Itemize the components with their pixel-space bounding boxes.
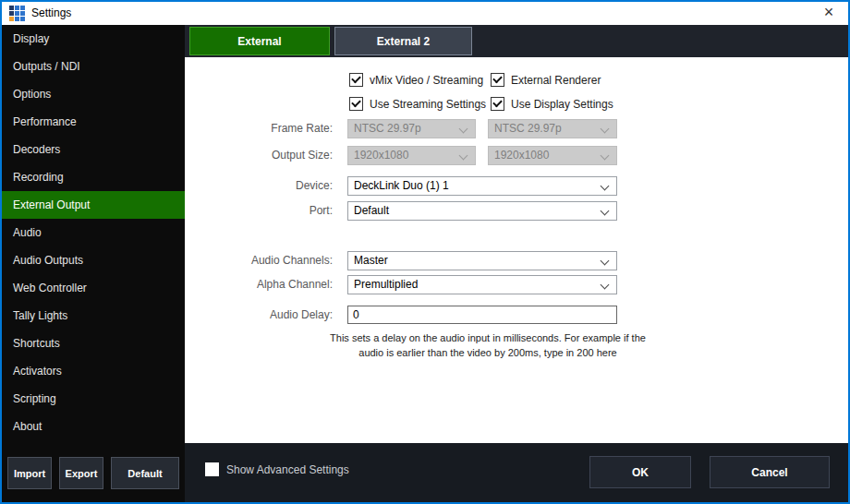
checkbox-show-advanced-settings[interactable]: Show Advanced Settings: [205, 462, 349, 476]
titlebar: Settings ×: [2, 2, 848, 25]
frame-rate-label: Frame Rate:: [194, 119, 333, 138]
frame-rate-select-left: NTSC 29.97p: [347, 119, 476, 138]
close-icon[interactable]: ×: [815, 2, 843, 25]
chevron-down-icon: [459, 125, 468, 134]
sidebar-item-outputs-ndi[interactable]: Outputs / NDI: [2, 53, 185, 80]
combo-value: Default: [354, 204, 389, 217]
window-title: Settings: [31, 2, 71, 25]
alpha-channel-select[interactable]: Premultiplied: [347, 275, 617, 294]
audio-delay-input[interactable]: [347, 306, 617, 324]
output-size-label: Output Size:: [194, 146, 333, 165]
combo-value: Master: [354, 254, 388, 267]
sidebar-item-about[interactable]: About: [2, 413, 185, 440]
default-button[interactable]: Default: [111, 457, 179, 489]
footer-bar: Show Advanced Settings OK Cancel: [185, 443, 848, 502]
output-size-select-left: 1920x1080: [347, 146, 476, 165]
chevron-down-icon: [601, 257, 610, 266]
combo-value: 1920x1080: [494, 149, 549, 162]
combo-value: NTSC 29.97p: [354, 122, 421, 135]
combo-value: DeckLink Duo (1) 1: [354, 179, 449, 192]
sidebar-item-activators[interactable]: Activators: [2, 357, 185, 385]
alpha-channel-label: Alpha Channel:: [194, 275, 333, 294]
audio-channels-select[interactable]: Master: [347, 251, 617, 270]
sidebar-item-display[interactable]: Display: [2, 25, 185, 53]
sidebar-item-shortcuts[interactable]: Shortcuts: [2, 330, 185, 357]
checkbox-use-display-settings[interactable]: Use Display Settings: [491, 97, 613, 111]
sidebar-item-audio[interactable]: Audio: [2, 219, 185, 246]
chevron-down-icon: [601, 281, 610, 290]
output-size-select-right: 1920x1080: [488, 146, 617, 165]
chevron-down-icon: [601, 182, 610, 191]
checkbox-label: Use Display Settings: [511, 98, 613, 111]
sidebar-item-options[interactable]: Options: [2, 80, 185, 108]
tab-strip: External External 2: [185, 25, 848, 57]
tab-external[interactable]: External: [189, 27, 330, 55]
vmix-logo-icon: [9, 6, 25, 21]
sidebar-item-tally-lights[interactable]: Tally Lights: [2, 302, 185, 330]
combo-value: Premultiplied: [354, 278, 418, 291]
checkbox-box: [349, 73, 363, 87]
checkbox-box: [349, 97, 363, 111]
checkbox-box: [491, 97, 504, 111]
cancel-button[interactable]: Cancel: [710, 456, 830, 488]
sidebar-item-decoders[interactable]: Decoders: [2, 136, 185, 163]
sidebar-item-scripting[interactable]: Scripting: [2, 385, 185, 413]
checkbox-label: vMix Video / Streaming: [370, 74, 483, 87]
audio-delay-label: Audio Delay:: [194, 306, 333, 325]
frame-rate-select-right: NTSC 29.97p: [488, 119, 617, 138]
import-button[interactable]: Import: [7, 457, 52, 489]
sidebar-item-web-controller[interactable]: Web Controller: [2, 274, 185, 302]
checkbox-label: External Renderer: [511, 74, 601, 87]
device-label: Device:: [194, 176, 333, 196]
port-label: Port:: [194, 201, 333, 221]
device-select[interactable]: DeckLink Duo (1) 1: [347, 176, 617, 196]
sidebar-item-performance[interactable]: Performance: [2, 108, 185, 136]
settings-window: Settings × Display Outputs / NDI Options…: [0, 0, 850, 504]
chevron-down-icon: [459, 151, 468, 161]
checkbox-vmix-video-streaming[interactable]: vMix Video / Streaming: [349, 73, 483, 87]
sidebar-item-audio-outputs[interactable]: Audio Outputs: [2, 246, 185, 274]
chevron-down-icon: [601, 207, 610, 216]
checkbox-box: [205, 462, 219, 476]
sidebar-item-recording[interactable]: Recording: [2, 163, 185, 191]
checkbox-label: Use Streaming Settings: [370, 98, 486, 111]
tab-external-2[interactable]: External 2: [334, 27, 472, 55]
sidebar-item-external-output[interactable]: External Output: [2, 191, 185, 219]
export-button[interactable]: Export: [59, 457, 103, 489]
checkbox-box: [491, 73, 504, 87]
combo-value: NTSC 29.97p: [494, 122, 562, 135]
port-select[interactable]: Default: [347, 201, 617, 221]
chevron-down-icon: [601, 151, 610, 161]
checkbox-use-streaming-settings[interactable]: Use Streaming Settings: [349, 97, 486, 111]
checkbox-external-renderer[interactable]: External Renderer: [491, 73, 601, 87]
audio-channels-label: Audio Channels:: [194, 251, 333, 270]
checkbox-label: Show Advanced Settings: [226, 463, 349, 476]
sidebar: Display Outputs / NDI Options Performanc…: [2, 25, 185, 502]
chevron-down-icon: [601, 125, 610, 134]
ok-button[interactable]: OK: [589, 456, 691, 488]
combo-value: 1920x1080: [354, 149, 408, 162]
external-output-panel: vMix Video / Streaming External Renderer…: [185, 57, 848, 443]
audio-delay-help-text: This sets a delay on the audio input in …: [322, 330, 654, 360]
